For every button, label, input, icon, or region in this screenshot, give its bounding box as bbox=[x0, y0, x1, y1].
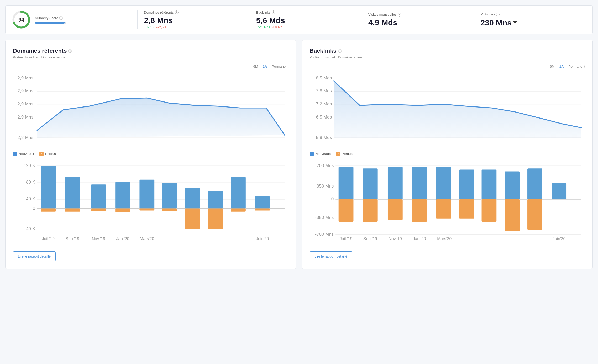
svg-text:Juil.'19: Juil.'19 bbox=[42, 237, 55, 241]
mots-cles-metric: Mots clés i 230 Mns bbox=[474, 12, 586, 27]
svg-rect-32 bbox=[139, 208, 154, 210]
metrics-bar: 94 Authority Score i Domaines référents … bbox=[5, 5, 593, 34]
panel-left-line-chart: 2,9 Mns 2,9 Mns 2,9 Mns 2,9 Mns 2,8 Mns bbox=[13, 73, 288, 147]
bar-chart-right-svg: 700 Mns 350 Mns 0 -350 Mns -700 Mns bbox=[310, 160, 585, 242]
svg-text:700 Mns: 700 Mns bbox=[317, 163, 334, 168]
authority-score-metric: 94 Authority Score i bbox=[12, 10, 138, 29]
backlinks-change-neg: -1,8 Md bbox=[272, 25, 282, 29]
panel-left-time-tabs: 6M 1A Permanent bbox=[13, 65, 288, 69]
svg-text:8,5 Mds: 8,5 Mds bbox=[316, 76, 332, 81]
backlinks-value: 5,6 Mds bbox=[256, 16, 355, 25]
svg-rect-80 bbox=[459, 169, 474, 199]
legend-right-lost-check-icon: ✓ bbox=[336, 152, 340, 156]
svg-rect-88 bbox=[552, 183, 566, 199]
svg-text:Juil.'19: Juil.'19 bbox=[340, 237, 352, 241]
svg-rect-85 bbox=[505, 199, 520, 231]
domaines-referents-value: 2,8 Mns bbox=[144, 16, 243, 25]
svg-rect-29 bbox=[115, 182, 130, 208]
visites-value: 4,9 Mds bbox=[368, 18, 468, 27]
tab-left-1a[interactable]: 1A bbox=[263, 65, 267, 69]
mots-cles-chevron-icon[interactable] bbox=[513, 21, 517, 24]
svg-rect-30 bbox=[115, 208, 130, 212]
visites-label: Visites mensuelles i bbox=[368, 13, 468, 17]
domaines-info-icon[interactable]: i bbox=[175, 10, 179, 14]
svg-rect-84 bbox=[505, 171, 520, 199]
visites-info-icon[interactable]: i bbox=[398, 13, 401, 17]
svg-rect-24 bbox=[41, 208, 56, 211]
panel-right-time-tabs: 6M 1A Permanent bbox=[310, 65, 585, 69]
svg-rect-23 bbox=[41, 166, 56, 208]
svg-rect-79 bbox=[436, 199, 451, 219]
svg-text:-700 Mns: -700 Mns bbox=[315, 232, 334, 237]
svg-text:0: 0 bbox=[331, 196, 334, 201]
svg-text:7,8 Mds: 7,8 Mds bbox=[316, 88, 332, 93]
backlinks-metric: Backlinks i 5,6 Mds +545 Mns -1,8 Md bbox=[250, 10, 362, 29]
bar-chart-left-svg: 120 K 80 K 40 K 0 -40 K bbox=[13, 160, 288, 242]
svg-rect-25 bbox=[65, 177, 80, 209]
svg-text:0: 0 bbox=[33, 206, 35, 211]
authority-info-icon[interactable]: i bbox=[59, 16, 63, 20]
backlinks-change-pos: +545 Mns bbox=[256, 25, 270, 29]
svg-rect-74 bbox=[388, 167, 403, 199]
legend-right-new[interactable]: ✓ Nouveaux bbox=[310, 152, 331, 156]
tab-right-1a[interactable]: 1A bbox=[559, 65, 564, 69]
svg-rect-33 bbox=[162, 183, 177, 208]
line-chart-left-svg: 2,9 Mns 2,9 Mns 2,9 Mns 2,9 Mns 2,8 Mns bbox=[13, 73, 288, 147]
svg-text:7,2 Mds: 7,2 Mds bbox=[316, 101, 332, 106]
svg-rect-78 bbox=[436, 167, 451, 200]
svg-rect-28 bbox=[91, 208, 106, 211]
svg-text:80 K: 80 K bbox=[26, 180, 35, 185]
svg-text:350 Mns: 350 Mns bbox=[317, 183, 334, 188]
tab-left-permanent[interactable]: Permanent bbox=[272, 65, 288, 69]
svg-rect-70 bbox=[339, 167, 354, 199]
svg-text:2,9 Mns: 2,9 Mns bbox=[18, 76, 34, 81]
svg-text:2,8 Mns: 2,8 Mns bbox=[18, 135, 34, 140]
svg-text:Juin'20: Juin'20 bbox=[256, 237, 269, 241]
legend-right-lost[interactable]: ✓ Perdus bbox=[336, 152, 353, 156]
svg-text:Mars'20: Mars'20 bbox=[437, 237, 452, 241]
svg-text:Nov.'19: Nov.'19 bbox=[389, 237, 402, 241]
panel-right-bar-chart: 700 Mns 350 Mns 0 -350 Mns -700 Mns bbox=[310, 160, 585, 242]
svg-rect-36 bbox=[185, 208, 200, 229]
svg-rect-26 bbox=[65, 208, 80, 211]
backlinks-changes: +545 Mns -1,8 Md bbox=[256, 25, 355, 29]
authority-score-value: 94 bbox=[18, 17, 24, 23]
mots-cles-value: 230 Mns bbox=[481, 18, 512, 27]
legend-right-new-check-icon: ✓ bbox=[310, 152, 314, 156]
svg-text:-40 K: -40 K bbox=[24, 226, 35, 231]
panel-right-subtitle: Portée du widget : Domaine racine bbox=[310, 55, 585, 59]
tab-right-permanent[interactable]: Permanent bbox=[568, 65, 585, 69]
backlinks-info-icon[interactable]: i bbox=[272, 10, 275, 14]
legend-left-lost[interactable]: ✓ Perdus bbox=[39, 152, 56, 156]
svg-text:Sep.'19: Sep.'19 bbox=[66, 237, 79, 241]
svg-rect-27 bbox=[91, 184, 106, 208]
svg-rect-34 bbox=[162, 208, 177, 211]
svg-text:2,9 Mns: 2,9 Mns bbox=[18, 115, 34, 120]
panel-right-report-btn[interactable]: Lire le rapport détaillé bbox=[310, 251, 352, 261]
svg-rect-81 bbox=[459, 199, 474, 219]
svg-text:Jan.'20: Jan.'20 bbox=[116, 237, 129, 241]
svg-rect-39 bbox=[231, 177, 246, 209]
panel-right-info-icon[interactable]: i bbox=[338, 49, 342, 53]
legend-new-check-icon: ✓ bbox=[13, 152, 17, 156]
panel-left-legend: ✓ Nouveaux ✓ Perdus bbox=[13, 152, 288, 156]
panels-row: Domaines référents i Portée du widget : … bbox=[5, 40, 593, 269]
panel-left-report-btn[interactable]: Lire le rapport détaillé bbox=[13, 251, 56, 261]
svg-rect-86 bbox=[527, 168, 542, 199]
mots-cles-info-icon[interactable]: i bbox=[496, 13, 500, 16]
svg-rect-76 bbox=[412, 167, 427, 199]
svg-rect-75 bbox=[388, 199, 403, 220]
svg-rect-31 bbox=[139, 180, 154, 209]
panel-left-title: Domaines référents i bbox=[13, 47, 288, 54]
svg-text:2,9 Mns: 2,9 Mns bbox=[18, 88, 34, 93]
svg-text:Jan.'20: Jan.'20 bbox=[413, 237, 426, 241]
tab-left-6m[interactable]: 6M bbox=[253, 65, 258, 69]
tab-right-6m[interactable]: 6M bbox=[550, 65, 555, 69]
panel-left-info-icon[interactable]: i bbox=[68, 49, 72, 53]
panel-left-bar-chart: 120 K 80 K 40 K 0 -40 K bbox=[13, 160, 288, 242]
legend-left-new[interactable]: ✓ Nouveaux bbox=[13, 152, 34, 156]
authority-score-label: Authority Score i bbox=[35, 16, 66, 20]
panel-right-legend: ✓ Nouveaux ✓ Perdus bbox=[310, 152, 585, 156]
panel-right-line-chart: 8,5 Mds 7,8 Mds 7,2 Mds 6,5 Mds 5,9 Mds bbox=[310, 73, 585, 147]
visites-metric: Visites mensuelles i 4,9 Mds bbox=[362, 13, 474, 27]
